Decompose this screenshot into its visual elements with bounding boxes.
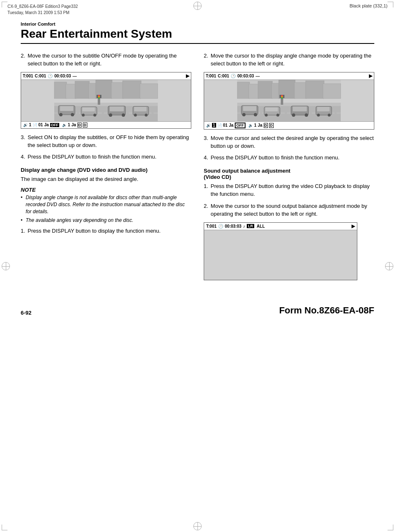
sound-output-header: Sound output balance adjustment (Video C… bbox=[204, 168, 374, 180]
dvd-c-left: C:001 bbox=[35, 74, 46, 78]
dvd-sub-num-left: 1 bbox=[29, 123, 31, 127]
svg-point-22 bbox=[109, 113, 112, 117]
dvd-audio-num-left: 1 bbox=[68, 123, 70, 127]
svg-rect-41 bbox=[323, 84, 341, 99]
vcd-music-icon: ♪ bbox=[243, 224, 245, 229]
header-right: Black plate (332,1) bbox=[349, 3, 388, 8]
dvd-s-num-right: 01 bbox=[223, 123, 228, 128]
note-label: NOTE bbox=[21, 187, 191, 193]
dvd-topbar-right: T:001 C:001 🕐 00:03:03 --- ▶ bbox=[204, 72, 374, 80]
dvd-bottom-left: 🔊 1 📄 01 Ja OFF 🔉 1 Ja D D bbox=[21, 121, 191, 128]
svg-rect-13 bbox=[60, 106, 73, 111]
svg-point-23 bbox=[122, 113, 125, 117]
right-item-1-s2: 1. Press the DISPLAY button during the v… bbox=[204, 183, 374, 198]
svg-rect-8 bbox=[140, 84, 158, 99]
dvd-s-num-left: 01 bbox=[39, 123, 43, 127]
dvd-lang-left: Ja bbox=[44, 123, 49, 127]
vcd-t: T:001 bbox=[206, 224, 217, 229]
header-line2: Tuesday, March 31 2009 1:53 PM bbox=[7, 10, 78, 16]
dvd-dashes-right: --- bbox=[255, 74, 260, 78]
right-item-2-num: 2. bbox=[204, 52, 208, 68]
svg-point-14 bbox=[59, 113, 63, 116]
svg-point-47 bbox=[242, 113, 246, 116]
two-column-layout: 2. Move the cursor to the subtitle ON/OF… bbox=[21, 52, 374, 284]
dvd-dolby2-left: D bbox=[83, 123, 87, 128]
svg-point-26 bbox=[134, 113, 137, 116]
left-item-3-text: Select ON to display the subtitles, or O… bbox=[28, 134, 191, 149]
svg-point-55 bbox=[292, 113, 295, 117]
left-item-4-text: Press the DISPLAY button to finish the f… bbox=[28, 153, 157, 161]
svg-point-18 bbox=[82, 113, 85, 116]
main-content: Interior Comfort Rear Entertainment Syst… bbox=[0, 17, 395, 293]
dvd-c-right: C:001 bbox=[218, 74, 229, 78]
svg-rect-17 bbox=[82, 107, 95, 111]
dvd-screen-right: T:001 C:001 🕐 00:03:03 --- ▶ bbox=[204, 72, 374, 130]
dvd-bottom-right: 🔊 1 📄 01 Ja OFF 🔉 1 Ja D D bbox=[204, 121, 374, 129]
left-item-1b-text: Press the DISPLAY button to display the … bbox=[28, 227, 161, 235]
left-item-1b: 1. Press the DISPLAY button to display t… bbox=[21, 227, 191, 235]
page-header: CX-9_8Z66-EA-08F Edition3 Page332 Tuesda… bbox=[0, 0, 395, 17]
right-item-2-s2: 2. Move the cursor to the sound output b… bbox=[204, 202, 374, 218]
svg-rect-46 bbox=[243, 106, 256, 111]
svg-rect-7 bbox=[123, 81, 141, 99]
dvd-lang-right: Ja bbox=[229, 123, 234, 128]
dvd-sub-icon-left: 🔊 bbox=[23, 123, 28, 127]
vcd-topbar: T:001 🕐 00:03:03 ♪ LR ALL ▶ bbox=[204, 223, 357, 230]
svg-rect-58 bbox=[317, 107, 330, 111]
dvd-off-highlighted-left: OFF bbox=[50, 123, 59, 127]
right-item-1-s2-text: Press the DISPLAY button during the vide… bbox=[211, 183, 374, 198]
dvd-dolby-right: D bbox=[264, 123, 268, 128]
header-left: CX-9_8Z66-EA-08F Edition3 Page332 Tuesda… bbox=[7, 3, 78, 16]
left-item-4: 4. Press the DISPLAY button to finish th… bbox=[21, 153, 191, 161]
right-item-4-num: 4. bbox=[204, 154, 208, 162]
left-item-2-text: Move the cursor to the subtitle ON/OFF m… bbox=[28, 52, 191, 68]
right-item-3-text: Move the cursor and select the desired a… bbox=[211, 135, 374, 150]
note-list: Display angle change is not available fo… bbox=[21, 194, 191, 224]
display-angle-header: Display angle change (DVD video and DVD … bbox=[21, 167, 191, 173]
left-item-4-num: 4. bbox=[21, 153, 25, 161]
svg-rect-36 bbox=[258, 81, 272, 99]
right-item-1-s2-num: 1. bbox=[204, 183, 208, 198]
right-item-2-s2-num: 2. bbox=[204, 202, 208, 218]
note-item-2: The available angles vary depending on t… bbox=[21, 217, 191, 224]
dvd-dolby-left: D bbox=[77, 123, 82, 128]
dvd-image-left bbox=[21, 80, 191, 121]
right-item-4-text: Press the DISPLAY button to finish the f… bbox=[211, 154, 340, 162]
svg-rect-40 bbox=[306, 81, 324, 99]
dvd-dolby2-right: D bbox=[269, 123, 274, 128]
street-scene-right bbox=[204, 80, 374, 121]
svg-rect-2 bbox=[66, 84, 76, 99]
vcd-clock-icon: 🕐 bbox=[218, 224, 223, 229]
page-number: 6-92 bbox=[21, 310, 31, 316]
dvd-audio-lang-right: Ja bbox=[258, 123, 262, 128]
svg-rect-21 bbox=[110, 106, 124, 111]
left-item-1b-num: 1. bbox=[21, 227, 25, 235]
svg-point-51 bbox=[265, 113, 268, 116]
svg-rect-34 bbox=[237, 82, 250, 99]
right-item-2-text: Move the cursor to the display angle cha… bbox=[211, 52, 374, 68]
dvd-audio-icon-left: 🔉 bbox=[62, 123, 67, 127]
dvd-s-icon-right: 📄 bbox=[217, 123, 222, 128]
dvd-clock-icon-left: 🕐 bbox=[48, 74, 53, 78]
dvd-t-left: T:001 bbox=[23, 74, 33, 78]
svg-rect-50 bbox=[265, 107, 278, 111]
svg-point-60 bbox=[328, 113, 331, 116]
right-item-3-num: 3. bbox=[204, 135, 208, 150]
vcd-screen: T:001 🕐 00:03:03 ♪ LR ALL ▶ bbox=[204, 222, 357, 280]
svg-rect-1 bbox=[54, 82, 67, 99]
form-number: Form No.8Z66-EA-08F bbox=[279, 305, 374, 316]
page-title: Rear Entertainment System bbox=[21, 27, 374, 44]
svg-rect-39 bbox=[294, 82, 307, 99]
sound-output-header-text: Sound output balance adjustment bbox=[204, 168, 290, 174]
svg-point-48 bbox=[254, 113, 257, 116]
dvd-audio-num-right: 1 bbox=[254, 123, 257, 128]
display-angle-body: The image can be displayed at the desire… bbox=[21, 176, 191, 183]
dvd-clock-icon-right: 🕐 bbox=[231, 74, 236, 78]
dvd-topbar-left: T:001 C:001 🕐 00:03:03 --- ▶ bbox=[21, 72, 191, 80]
dvd-clock-right: 00:03:03 bbox=[237, 74, 254, 78]
svg-point-15 bbox=[71, 113, 74, 116]
svg-point-27 bbox=[145, 113, 148, 116]
note-section: NOTE Display angle change is not availab… bbox=[21, 187, 191, 224]
dvd-dashes-left: --- bbox=[72, 74, 77, 78]
svg-point-65 bbox=[281, 97, 283, 99]
